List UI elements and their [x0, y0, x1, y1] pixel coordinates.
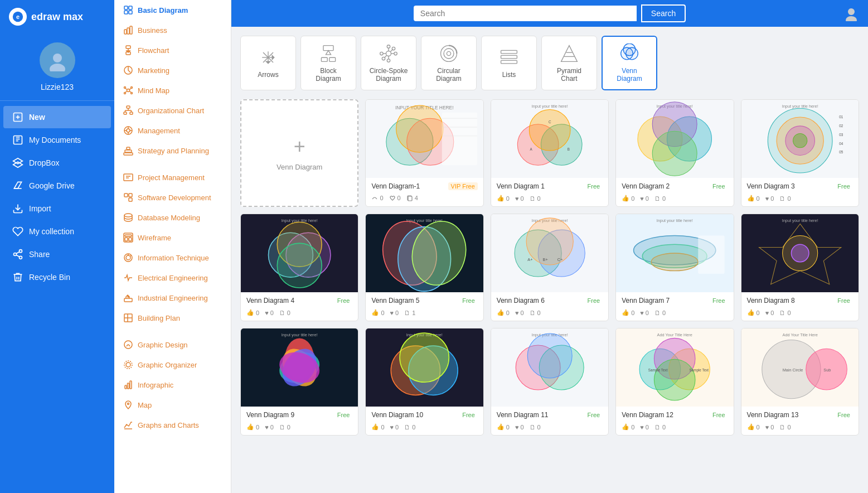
- sidebar-item-my-collection[interactable]: My collection: [3, 220, 111, 243]
- sidebar-item-google-drive[interactable]: Google Drive: [3, 175, 111, 197]
- cat-electrical[interactable]: Electrical Engineering: [114, 268, 231, 288]
- type-lists[interactable]: Lists: [481, 36, 537, 90]
- svg-text:B+: B+: [542, 257, 547, 262]
- cat-business[interactable]: Business: [114, 20, 231, 40]
- topbar: Search: [231, 0, 868, 27]
- svg-point-169: [651, 253, 698, 271]
- svg-text:02: 02: [839, 124, 843, 128]
- cat-wireframe[interactable]: Wireframe: [114, 228, 231, 248]
- template-stats-5: 👍 0 ♥ 0 🗋 0: [241, 307, 358, 321]
- svg-rect-21: [127, 28, 129, 34]
- svg-point-75: [124, 361, 132, 369]
- cat-graphs-charts[interactable]: Graphs and Charts: [114, 415, 231, 435]
- template-card-2[interactable]: Input your title here! A B C Venn Diagra…: [491, 99, 609, 207]
- type-arrows[interactable]: Arrows: [240, 36, 296, 90]
- cat-graphic-organizer[interactable]: Graphic Organizer: [114, 355, 231, 375]
- type-icons-row: Arrows Block Diagram: [240, 36, 859, 90]
- template-stats-11: 👍 0 ♥ 0 🗋 0: [366, 421, 483, 435]
- cat-industrial[interactable]: Industrial Engineering: [114, 288, 231, 308]
- sidebar-item-my-documents[interactable]: My Documents: [3, 129, 111, 151]
- template-card-1[interactable]: INPUT YOUR TITLE HERE! Venn Diagram-1 VI…: [365, 99, 483, 207]
- cat-database[interactable]: Database Modeling: [114, 207, 231, 228]
- template-thumb-4: Input your title here! 01 02 03 04 05: [741, 100, 859, 178]
- sidebar-item-import[interactable]: Import: [3, 197, 111, 220]
- template-card-5[interactable]: Input your title here! Venn Diagram 4 Fr…: [240, 214, 358, 321]
- template-card-8[interactable]: Input your title here! Venn Diagram 7 Fr…: [615, 214, 734, 321]
- cat-info-tech[interactable]: Information Technique: [114, 248, 231, 268]
- type-pyramid-chart[interactable]: Pyramid Chart: [541, 36, 597, 90]
- cat-marketing[interactable]: Marketing: [114, 60, 231, 80]
- svg-text:Input your title here!: Input your title here!: [782, 218, 818, 223]
- cat-project-management[interactable]: Project Management: [114, 167, 231, 187]
- svg-rect-63: [129, 238, 132, 241]
- svg-marker-8: [13, 158, 23, 164]
- svg-point-69: [128, 296, 129, 297]
- svg-marker-112: [561, 46, 578, 62]
- search-input[interactable]: [414, 6, 637, 21]
- plus-icon: +: [294, 135, 306, 158]
- template-stats-3: 👍 0 ♥ 0 🗋 0: [616, 192, 733, 206]
- template-card-6[interactable]: Input your title here! Venn Diagram 5 Fr…: [365, 214, 483, 321]
- template-card-13[interactable]: Add Your Title Here Sample Text Sample T…: [615, 328, 734, 436]
- template-thumb-10: Input your title here!: [241, 328, 358, 407]
- cat-map[interactable]: Map: [114, 395, 231, 415]
- svg-rect-127: [408, 196, 412, 201]
- template-stats-10: 👍 0 ♥ 0 🗋 0: [241, 421, 358, 435]
- cat-management[interactable]: Management: [114, 120, 231, 141]
- template-card-4[interactable]: Input your title here! 01 02 03 04 05: [741, 99, 859, 207]
- svg-point-107: [444, 49, 454, 59]
- template-stats-8: 👍 0 ♥ 0 🗋 0: [616, 307, 733, 321]
- template-stats-7: 👍 0 ♥ 0 🗋 0: [491, 307, 608, 321]
- brand-header: e edraw max: [0, 0, 114, 33]
- svg-rect-52: [127, 147, 130, 149]
- svg-rect-170: [698, 235, 724, 273]
- template-card-7[interactable]: Input your title here! A+ B+ C+ Venn Dia…: [491, 214, 609, 321]
- cat-flowchart[interactable]: Flowchart: [114, 40, 231, 60]
- svg-rect-51: [125, 150, 132, 152]
- type-block-diagram[interactable]: Block Diagram: [300, 36, 356, 90]
- template-info-12: Venn Diagram 11 Free: [491, 407, 608, 421]
- template-stats-4: 👍 0 ♥ 0 🗋 0: [741, 192, 859, 206]
- template-card-10[interactable]: Input your title here! Venn Diagram 9 Fr…: [240, 328, 358, 436]
- template-card-14[interactable]: Add Your Title Here Main Circle Sub Venn…: [741, 328, 859, 436]
- template-thumb-5: Input your title here!: [241, 214, 358, 292]
- sidebar-item-share[interactable]: Share: [3, 243, 111, 265]
- svg-point-193: [654, 359, 696, 400]
- template-info-4: Venn Diagram 3 Free: [741, 178, 859, 192]
- svg-point-131: [529, 109, 570, 151]
- svg-rect-22: [130, 26, 132, 34]
- svg-point-94: [387, 45, 390, 48]
- cat-basic-diagram[interactable]: Basic Diagram: [114, 0, 231, 20]
- brand-logo: e: [9, 8, 27, 26]
- cat-strategy[interactable]: Strategy and Planning: [114, 141, 231, 161]
- template-info-1: Venn Diagram-1 VIP Free: [366, 178, 483, 192]
- svg-point-3: [50, 64, 65, 71]
- template-card-9[interactable]: Input your title here! Venn Diagram 8 Fr…: [741, 214, 859, 321]
- svg-text:C+: C+: [557, 257, 563, 262]
- cat-graphic-design[interactable]: Graphic Design: [114, 335, 231, 355]
- search-button[interactable]: Search: [641, 4, 686, 22]
- svg-point-184: [400, 333, 449, 382]
- svg-point-28: [127, 89, 130, 92]
- type-circular-diagram[interactable]: Circular Diagram: [421, 36, 477, 90]
- cat-mind-map[interactable]: Mind Map: [114, 80, 231, 100]
- svg-rect-61: [125, 235, 132, 236]
- sidebar-item-dropbox[interactable]: DropBox: [3, 152, 111, 174]
- sidebar-item-recycle-bin[interactable]: Recycle Bin: [3, 266, 111, 288]
- cat-infographic[interactable]: Infographic: [114, 375, 231, 395]
- template-card-3[interactable]: Input your title here! Venn Diagram 2 Fr…: [615, 99, 734, 207]
- type-venn-diagram[interactable]: Venn Diagram: [602, 36, 657, 90]
- type-circle-spoke[interactable]: Circle-Spoke Diagram: [361, 36, 416, 90]
- new-template-card[interactable]: + Venn Diagram: [240, 99, 358, 207]
- template-card-12[interactable]: Input your title here! Venn Diagram 11 F…: [491, 328, 609, 436]
- sidebar-item-new[interactable]: New: [3, 106, 111, 128]
- svg-point-30: [131, 87, 133, 89]
- template-info-14: Venn Diagram 13 Free: [741, 407, 859, 421]
- template-card-11[interactable]: Input your title here! Venn Diagram 10 F…: [365, 328, 483, 436]
- cat-software-dev[interactable]: Software Development: [114, 187, 231, 207]
- cat-org-chart[interactable]: Organizational Chart: [114, 100, 231, 120]
- cat-building-plan[interactable]: Building Plan: [114, 308, 231, 328]
- svg-rect-23: [126, 46, 130, 49]
- main-content: Search Arrows: [231, 0, 868, 493]
- svg-point-29: [124, 87, 126, 89]
